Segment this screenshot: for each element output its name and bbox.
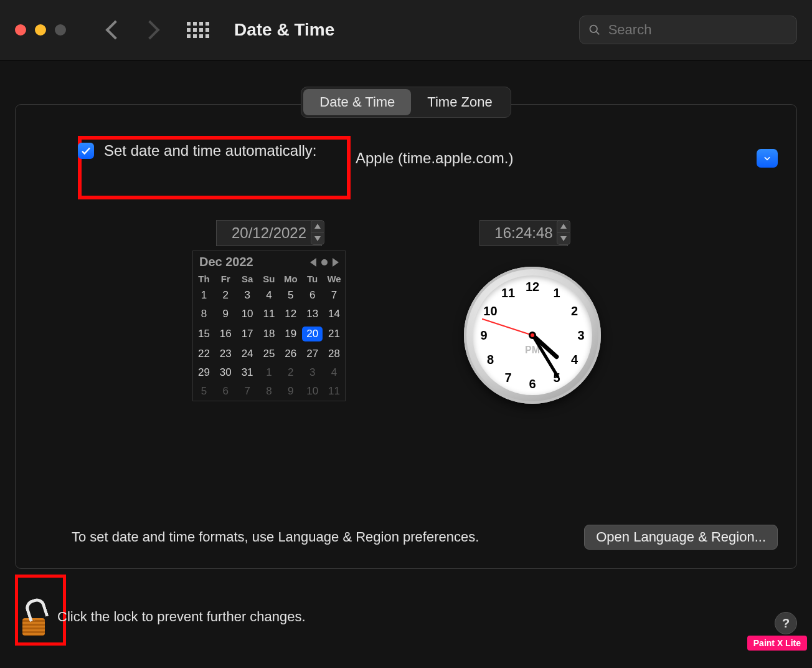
zoom-window-button[interactable] [55,24,66,36]
calendar-day[interactable]: 9 [215,305,237,323]
calendar-day[interactable]: 28 [323,345,345,363]
calendar-day[interactable]: 21 [323,323,345,345]
lock-hint-text: Click the lock to prevent further change… [57,609,306,625]
time-step-down[interactable] [557,233,570,246]
date-input[interactable]: 20/12/2022 [216,220,322,246]
formats-hint-row: To set date and time formats, use Langua… [72,525,778,550]
clock-number: 4 [571,353,578,367]
show-all-prefs-button[interactable] [187,22,209,38]
search-field[interactable] [579,16,797,44]
page-title: Date & Time [234,20,334,40]
calendar-day[interactable]: 1 [258,363,280,382]
calendar-weekday: We [323,272,345,286]
calendar-day[interactable]: 22 [193,345,215,363]
calendar-day[interactable]: 18 [258,323,280,345]
calendar-prev-month[interactable] [310,258,316,267]
calendar-day[interactable]: 10 [237,305,258,323]
svg-line-1 [596,31,599,34]
clock-number: 6 [529,377,536,391]
calendar-day[interactable]: 11 [258,305,280,323]
time-server-dropdown-button[interactable] [757,149,778,168]
auto-datetime-label: Set date and time automatically: [104,142,317,160]
calendar-day[interactable]: 7 [237,382,258,401]
time-stepper[interactable] [557,220,570,245]
calendar-day[interactable]: 9 [280,382,301,401]
traffic-lights [15,24,66,36]
date-step-up[interactable] [311,220,324,233]
lock-icon[interactable] [15,598,52,636]
calendar[interactable]: Dec 2022 ThFrSaSuMoTuWe 1234567891011121… [192,250,346,401]
time-server-value[interactable]: Apple (time.apple.com.) [352,150,757,167]
clock-number: 8 [487,353,494,367]
time-server-combo[interactable]: Apple (time.apple.com.) [352,146,778,171]
calendar-day[interactable]: 2 [280,363,301,382]
calendar-day[interactable]: 5 [193,382,215,401]
clock-number: 9 [480,328,487,343]
calendar-day[interactable]: 27 [301,345,323,363]
close-window-button[interactable] [15,24,26,36]
calendar-day[interactable]: 3 [301,363,323,382]
toolbar: Date & Time [0,0,812,60]
calendar-day[interactable]: 25 [258,345,280,363]
calendar-day[interactable]: 4 [323,363,345,382]
calendar-day[interactable]: 14 [323,305,345,323]
clock-number: 7 [504,370,511,384]
calendar-weekday: Su [258,272,280,286]
calendar-next-month[interactable] [333,258,339,267]
calendar-day[interactable]: 10 [301,382,323,401]
calendar-day[interactable]: 30 [215,363,237,382]
clock-number: 12 [526,280,539,294]
calendar-day[interactable]: 19 [280,323,301,345]
calendar-day[interactable]: 2 [215,286,237,305]
calendar-today-button[interactable] [321,259,328,265]
tab-date-time[interactable]: Date & Time [303,89,411,115]
date-stepper[interactable] [311,220,324,245]
calendar-day[interactable]: 1 [193,286,215,305]
calendar-day[interactable]: 15 [193,323,215,345]
back-button[interactable] [105,20,125,39]
calendar-day[interactable]: 24 [237,345,258,363]
open-language-region-button[interactable]: Open Language & Region... [584,525,778,550]
time-input[interactable]: 16:24:48 [479,220,568,246]
calendar-day[interactable]: 8 [258,382,280,401]
svg-marker-3 [314,236,321,241]
minimize-window-button[interactable] [35,24,46,36]
calendar-month-label: Dec 2022 [199,255,253,269]
auto-datetime-checkbox[interactable] [78,143,94,159]
calendar-day[interactable]: 23 [215,345,237,363]
calendar-day[interactable]: 6 [301,286,323,305]
search-input[interactable] [607,21,788,39]
calendar-day[interactable]: 12 [280,305,301,323]
tab-time-zone[interactable]: Time Zone [411,89,508,115]
prefs-window: Date & Time Date & Time Time Zone Set da… [0,0,812,668]
calendar-header: Dec 2022 [193,251,345,272]
svg-marker-4 [560,224,567,229]
formats-hint-text: To set date and time formats, use Langua… [72,529,479,545]
calendar-day[interactable]: 7 [323,286,345,305]
calendar-day[interactable]: 6 [215,382,237,401]
calendar-day[interactable]: 3 [237,286,258,305]
calendar-day[interactable]: 8 [193,305,215,323]
analog-clock: PM 121234567891011 [464,267,601,404]
calendar-day[interactable]: 13 [301,305,323,323]
date-step-down[interactable] [311,233,324,246]
calendar-day[interactable]: 5 [280,286,301,305]
calendar-day[interactable]: 31 [237,363,258,382]
help-button[interactable]: ? [775,612,797,634]
tab-group: Date & Time Time Zone [0,87,812,118]
calendar-grid: ThFrSaSuMoTuWe 1234567891011121314151617… [193,272,345,401]
calendar-day[interactable]: 20 [301,323,323,345]
calendar-day[interactable]: 17 [237,323,258,345]
calendar-weekday: Fr [215,272,237,286]
watermark: Paint X Lite [747,636,807,651]
time-step-up[interactable] [557,220,570,233]
forward-button[interactable] [140,20,159,39]
calendar-day[interactable]: 26 [280,345,301,363]
clock-number: 11 [501,286,515,300]
calendar-day[interactable]: 16 [215,323,237,345]
svg-marker-2 [314,224,321,229]
calendar-day[interactable]: 4 [258,286,280,305]
calendar-weekday: Sa [237,272,258,286]
calendar-day[interactable]: 11 [323,382,345,401]
calendar-day[interactable]: 29 [193,363,215,382]
